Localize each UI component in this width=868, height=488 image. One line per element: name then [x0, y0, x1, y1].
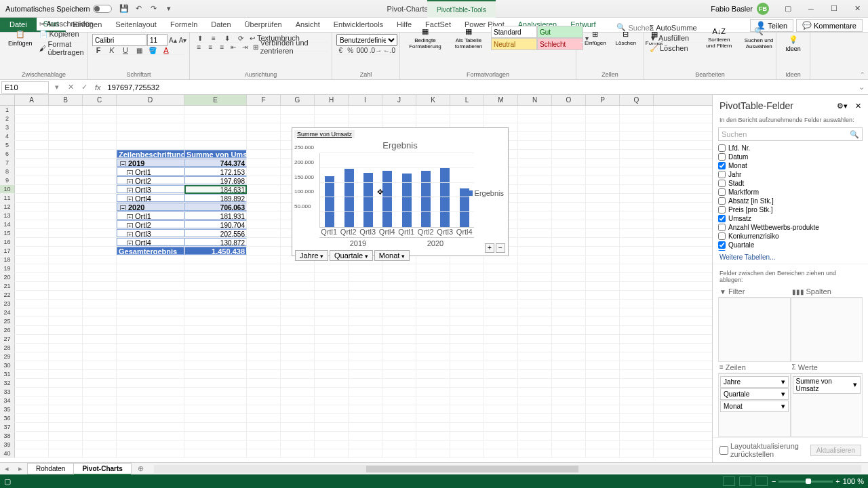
- cell[interactable]: [382, 282, 416, 290]
- cell[interactable]: [49, 238, 83, 246]
- cell[interactable]: [117, 141, 184, 149]
- cell[interactable]: [315, 432, 349, 440]
- cell[interactable]: +Qrtl4: [117, 194, 184, 202]
- cell[interactable]: [552, 361, 586, 369]
- chart-expand-icon[interactable]: +: [485, 243, 494, 253]
- cell[interactable]: [450, 396, 484, 405]
- cell[interactable]: [586, 106, 620, 114]
- cell[interactable]: [184, 291, 247, 299]
- cell[interactable]: +Qrtl1: [117, 211, 184, 220]
- cell[interactable]: Zeilenbeschriftungen ▾: [117, 150, 184, 158]
- sheet-tab-pivot-charts[interactable]: Pivot-Charts: [73, 463, 131, 475]
- cell[interactable]: [349, 449, 382, 458]
- cut-button[interactable]: ✂ Ausschneiden: [38, 19, 95, 28]
- cell[interactable]: [247, 238, 281, 246]
- cell[interactable]: [49, 273, 83, 281]
- cell[interactable]: [620, 414, 654, 422]
- cell[interactable]: [247, 185, 281, 193]
- cell[interactable]: [416, 388, 450, 396]
- cell[interactable]: [586, 264, 620, 272]
- cell[interactable]: [416, 379, 450, 387]
- cell[interactable]: [83, 317, 117, 325]
- cell[interactable]: [15, 432, 49, 440]
- cell[interactable]: [416, 308, 450, 317]
- cell[interactable]: [586, 150, 620, 158]
- cell[interactable]: [450, 388, 484, 396]
- cell[interactable]: [382, 414, 416, 422]
- cell[interactable]: [247, 159, 281, 167]
- cell[interactable]: [315, 449, 349, 458]
- cell[interactable]: [552, 423, 586, 431]
- italic-icon[interactable]: K: [106, 44, 118, 56]
- cell[interactable]: [552, 256, 586, 264]
- percent-icon[interactable]: %: [347, 44, 355, 56]
- cell[interactable]: [49, 229, 83, 237]
- cell[interactable]: [416, 273, 450, 281]
- undo-icon[interactable]: ↶: [134, 3, 144, 14]
- cell[interactable]: [15, 344, 49, 352]
- cell[interactable]: [83, 194, 117, 202]
- page-break-view-icon[interactable]: [755, 476, 768, 486]
- cell[interactable]: [382, 335, 416, 343]
- cell[interactable]: [586, 176, 620, 184]
- cell[interactable]: [518, 229, 552, 237]
- cell[interactable]: [247, 308, 281, 317]
- cell[interactable]: [620, 405, 654, 413]
- cell[interactable]: [620, 335, 654, 343]
- row-header[interactable]: 29: [0, 352, 15, 361]
- cell[interactable]: [117, 291, 184, 299]
- cell[interactable]: [416, 352, 450, 361]
- cell[interactable]: [281, 326, 315, 334]
- cell[interactable]: [586, 449, 620, 458]
- border-icon[interactable]: ▦: [133, 44, 145, 56]
- pivot-chart[interactable]: Summe von Umsatz Ergebnis 50.000100.0001…: [292, 127, 509, 256]
- col-header-B[interactable]: B: [49, 95, 83, 105]
- cell[interactable]: [518, 282, 552, 290]
- cell[interactable]: [450, 414, 484, 422]
- cell[interactable]: [382, 449, 416, 458]
- ribbon-tab-daten[interactable]: Daten: [204, 17, 237, 32]
- cell[interactable]: [49, 264, 83, 272]
- cell[interactable]: 744.374: [184, 159, 247, 167]
- comments-button[interactable]: 💬 Kommentare: [796, 19, 863, 32]
- sheet-nav-last[interactable]: ▸: [18, 464, 22, 473]
- cell[interactable]: [518, 379, 552, 387]
- cell[interactable]: [281, 388, 315, 396]
- row-header[interactable]: 39: [0, 441, 15, 449]
- cell[interactable]: [518, 317, 552, 325]
- cell[interactable]: [315, 396, 349, 405]
- cell[interactable]: [83, 123, 117, 131]
- cell[interactable]: [586, 423, 620, 431]
- cell[interactable]: [117, 370, 184, 378]
- currency-icon[interactable]: €: [336, 44, 345, 56]
- cell[interactable]: [552, 352, 586, 361]
- cell[interactable]: [184, 256, 247, 264]
- comma-icon[interactable]: 000: [356, 44, 368, 56]
- cell[interactable]: [552, 150, 586, 158]
- cell[interactable]: [315, 291, 349, 299]
- cell[interactable]: [15, 159, 49, 167]
- cell[interactable]: [620, 132, 654, 140]
- cell[interactable]: [382, 441, 416, 449]
- cell[interactable]: [315, 282, 349, 290]
- col-header-P[interactable]: P: [586, 95, 620, 105]
- cell[interactable]: [586, 396, 620, 405]
- row-header[interactable]: 3: [0, 123, 15, 131]
- cell[interactable]: [518, 185, 552, 193]
- cell[interactable]: [184, 344, 247, 352]
- cell[interactable]: [247, 379, 281, 387]
- cell[interactable]: [247, 141, 281, 149]
- cell[interactable]: 197.698: [184, 176, 247, 184]
- cell[interactable]: [117, 423, 184, 431]
- cell[interactable]: [586, 317, 620, 325]
- cell[interactable]: [247, 388, 281, 396]
- cell[interactable]: [83, 449, 117, 458]
- field-item[interactable]: Konkurrenzrisiko: [718, 232, 863, 241]
- cell[interactable]: [586, 370, 620, 378]
- cell[interactable]: [518, 449, 552, 458]
- field-item[interactable]: Datum: [718, 152, 863, 161]
- cell[interactable]: [247, 282, 281, 290]
- cell[interactable]: [552, 123, 586, 131]
- cell[interactable]: [247, 396, 281, 405]
- field-item[interactable]: Absatz [in Stk.]: [718, 197, 863, 205]
